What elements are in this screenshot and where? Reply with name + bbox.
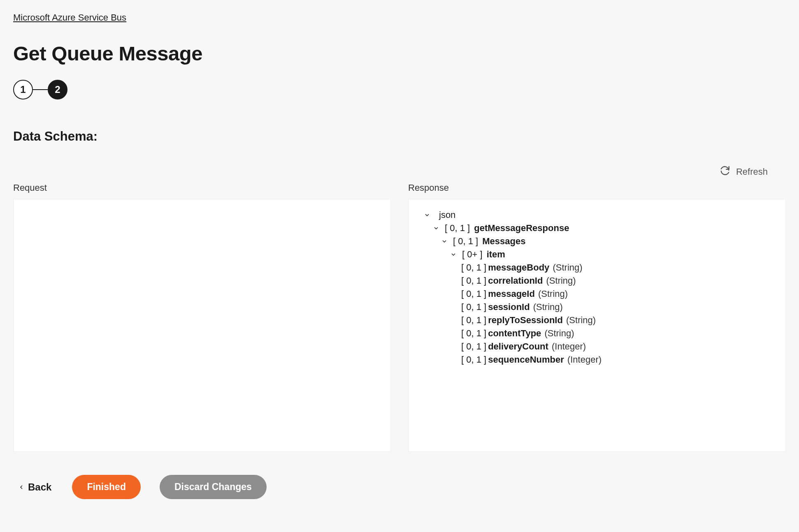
tree-node-type: (String) [531, 302, 563, 312]
tree-node-item[interactable]: [ 0+ ] item [416, 248, 778, 261]
tree-node-type: (String) [536, 289, 568, 299]
tree-node-type: (String) [564, 315, 596, 325]
chevron-down-icon[interactable] [449, 250, 458, 259]
tree-node-name: getMessageResponse [474, 223, 569, 233]
tree-node-cardinality: [ 0, 1 ] [461, 302, 486, 312]
tree-node-type: (String) [542, 328, 574, 338]
step-indicator: 1 2 [13, 80, 786, 99]
tree-node-type: (Integer) [565, 354, 602, 365]
tree-leaf[interactable]: [ 0, 1 ]sessionId (String) [416, 301, 778, 314]
tree-node-name: messageId [488, 289, 535, 299]
breadcrumb-link[interactable]: Microsoft Azure Service Bus [13, 12, 126, 23]
tree-node-type: (String) [550, 262, 582, 273]
section-title: Data Schema: [13, 129, 786, 144]
tree-node-cardinality: [ 0, 1 ] [445, 223, 470, 233]
tree-leaf[interactable]: [ 0, 1 ]replyToSessionId (String) [416, 314, 778, 327]
tree-node-name: sessionId [488, 302, 530, 312]
discard-changes-button[interactable]: Discard Changes [160, 475, 267, 499]
page-title: Get Queue Message [13, 42, 786, 65]
tree-node-messages[interactable]: [ 0, 1 ] Messages [416, 235, 778, 248]
refresh-label: Refresh [736, 167, 768, 177]
tree-node-name: deliveryCount [488, 341, 548, 352]
tree-node-cardinality: [ 0, 1 ] [461, 328, 486, 338]
tree-node-cardinality: [ 0, 1 ] [461, 262, 486, 273]
tree-node-cardinality: [ 0+ ] [462, 249, 483, 259]
request-header: Request [13, 183, 391, 193]
tree-node-name: sequenceNumber [488, 354, 564, 365]
tree-node-type: (Integer) [549, 341, 586, 352]
chevron-down-icon[interactable] [440, 237, 449, 246]
tree-leaf[interactable]: [ 0, 1 ]messageBody (String) [416, 261, 778, 274]
request-panel [13, 199, 391, 452]
response-panel: json [ 0, 1 ] getMessageResponse [408, 199, 786, 452]
tree-node-json[interactable]: json [416, 208, 778, 222]
schema-tree: json [ 0, 1 ] getMessageResponse [416, 208, 778, 366]
tree-leaf[interactable]: [ 0, 1 ]sequenceNumber (Integer) [416, 353, 778, 366]
response-header: Response [408, 183, 786, 193]
back-label: Back [28, 481, 51, 493]
tree-node-name: correlationId [488, 275, 543, 286]
tree-node-name: Messages [482, 236, 525, 246]
step-connector [33, 89, 48, 90]
tree-node-cardinality: [ 0, 1 ] [461, 315, 486, 325]
finished-button[interactable]: Finished [72, 475, 141, 499]
tree-node-cardinality: [ 0, 1 ] [461, 289, 486, 299]
tree-node-name: contentType [488, 328, 541, 338]
tree-node-name: replyToSessionId [488, 315, 563, 325]
step-2[interactable]: 2 [48, 80, 67, 99]
chevron-down-icon[interactable] [432, 224, 441, 233]
tree-node-cardinality: [ 0, 1 ] [453, 236, 478, 246]
refresh-button[interactable]: Refresh [720, 165, 768, 178]
tree-leaf[interactable]: [ 0, 1 ]contentType (String) [416, 327, 778, 340]
tree-node-type: (String) [544, 275, 576, 286]
back-button[interactable]: Back [18, 481, 51, 493]
tree-node-name: item [487, 249, 505, 259]
tree-leaf[interactable]: [ 0, 1 ]correlationId (String) [416, 274, 778, 287]
response-column: Response json [ 0, 1 ] getMessageRespons… [408, 183, 786, 452]
request-column: Request [13, 183, 391, 452]
tree-node-name: messageBody [488, 262, 549, 273]
tree-leaf[interactable]: [ 0, 1 ]deliveryCount (Integer) [416, 340, 778, 353]
tree-node-cardinality: [ 0, 1 ] [461, 341, 486, 352]
chevron-down-icon[interactable] [423, 210, 432, 220]
tree-node-label: json [439, 210, 455, 220]
refresh-icon [720, 165, 730, 178]
tree-leaf[interactable]: [ 0, 1 ]messageId (String) [416, 287, 778, 301]
tree-node-getmessageresponse[interactable]: [ 0, 1 ] getMessageResponse [416, 222, 778, 235]
tree-node-cardinality: [ 0, 1 ] [461, 354, 486, 365]
step-1[interactable]: 1 [13, 80, 33, 99]
tree-node-cardinality: [ 0, 1 ] [461, 275, 486, 286]
chevron-left-icon [18, 481, 25, 493]
